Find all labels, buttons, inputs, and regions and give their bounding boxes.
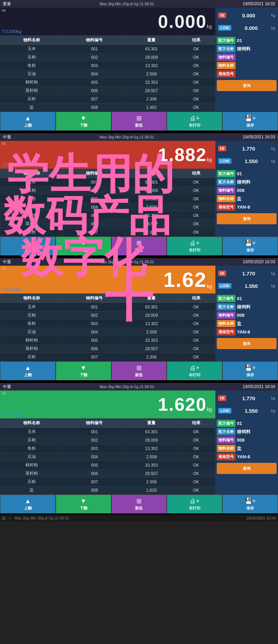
- query-btn-1[interactable]: 查询: [217, 80, 277, 91]
- table-row: 盐0081.620OK: [0, 486, 215, 494]
- weight-display-3: HI 1.62 kg T:0.000kg: [0, 266, 215, 293]
- btn-save-4[interactable]: 💾+ 保存: [222, 494, 278, 514]
- btn-down-3[interactable]: ▼ 下翻: [56, 361, 111, 380]
- panel-3: 中重 Max 2kg Min 20g d=1g J1.58.01 19/05/2…: [0, 258, 278, 381]
- btn-reprint-2[interactable]: 🖨+ 补打印: [167, 236, 222, 256]
- hi-value-2: 1.770: [242, 146, 255, 152]
- toolbar-4: ▲ 上翻 ▼ 下翻 ⊞ 新批 🖨+ 补打印 💾+ 保存: [0, 494, 278, 514]
- btn-save-2[interactable]: 💾+ 保存: [222, 236, 278, 256]
- hi-value-1: 0.000: [242, 13, 255, 18]
- table-row: 豆油0042.508OK: [0, 328, 215, 336]
- panel-4: 中重 Max 2kg Min 20g d=1g J1.58.01 19/05/2…: [0, 383, 278, 515]
- matname-val-2: 盐: [237, 196, 241, 202]
- table-row: 石粉0072.306OK: [0, 478, 215, 486]
- recipe-no-3: 01: [237, 296, 242, 301]
- data-table-2: 物料名称 物料编号 重量 结果 玉米00163.301OK豆粕00228.009…: [0, 169, 215, 236]
- btn-down-4[interactable]: ▼ 下翻: [56, 494, 111, 514]
- weight-side-4: HI 1.770 kg LOW 1.550 kg: [215, 391, 278, 418]
- col-header-result: 结果: [177, 36, 215, 45]
- weight-ref-3: T:0.000kg: [2, 287, 21, 292]
- topbar-right-2: 19/05/2021 16:03: [243, 135, 275, 139]
- table-row: 豆粕00228.009OK: [0, 436, 215, 444]
- mat-no-3: 008: [237, 313, 245, 318]
- weight-value-1: 0.000: [158, 11, 207, 32]
- recipe-no-2: 01: [237, 171, 242, 176]
- btn-reprint-1[interactable]: 🖨+ 补打印: [167, 112, 222, 131]
- topbar-right-3: 19/05/2020 16:03: [243, 259, 275, 264]
- status-text: Max 2kg Min 20g d=1g J1.58.01: [15, 516, 69, 520]
- btn-up-4[interactable]: ▲ 上翻: [0, 494, 56, 514]
- hi-label-1: HI: [218, 13, 226, 18]
- query-btn-4[interactable]: 查询: [217, 463, 277, 474]
- btn-newbatch-1[interactable]: ⊞ 新批: [111, 112, 167, 131]
- weight-unit-2: kg: [207, 157, 212, 162]
- btn-save-3[interactable]: 💾+ 保存: [222, 361, 278, 380]
- spec-3: YAN-8: [237, 329, 250, 335]
- weight-ref-2: T:0.000kg: [2, 162, 21, 167]
- table-row: 玉米00163.301OK: [0, 178, 215, 186]
- recipe-label-1: 配方编号: [217, 37, 236, 44]
- weight-value-2: 1.882: [158, 144, 207, 165]
- spec-label-2: 规格型号: [217, 203, 236, 211]
- col-header-matname: 物料名称: [0, 36, 63, 45]
- btn-reprint-4[interactable]: 🖨+ 补打印: [167, 494, 222, 514]
- recipe-no-1: 01: [237, 38, 242, 43]
- low-value-2: 1.550: [245, 158, 258, 164]
- topbar-1: 重量 Max 2kg Min 20g d=1g J1.58.01 19/05/2…: [0, 0, 278, 8]
- topbar-left-2: 中重: [3, 134, 11, 140]
- btn-newbatch-4[interactable]: ⊞ 新批: [111, 494, 167, 514]
- mat-label-2: 物料编号: [217, 187, 236, 194]
- table-row: 菜籽粕00628.507OK: [0, 345, 215, 353]
- table-row: 豆粕00228.009OK: [0, 186, 215, 195]
- table-row: 石粉0072.306OK: [0, 95, 215, 103]
- recipe-no-4: 01: [237, 421, 242, 426]
- low-value-1: 0.000: [245, 25, 258, 31]
- query-btn-2[interactable]: 查询: [217, 213, 277, 224]
- right-panel-1: 配方编号 01 配方名称 猪饲料 物料编号 物料名称 规格型号: [215, 35, 278, 112]
- btn-up-3[interactable]: ▲ 上翻: [0, 361, 56, 380]
- weight-hi-label-1: HI: [2, 8, 6, 13]
- status-icon-1: ⊡: [2, 516, 5, 521]
- matname-4: 盐: [237, 445, 241, 452]
- btn-newbatch-2[interactable]: ⊞ 新批: [111, 236, 167, 256]
- btn-down-2[interactable]: ▼ 下翻: [56, 236, 111, 256]
- table-row: 棉籽粕00533.353OK: [0, 336, 215, 345]
- btn-reprint-3[interactable]: 🖨+ 补打印: [167, 361, 222, 380]
- topbar-right-1: 19/05/2021 16:02: [243, 1, 275, 6]
- recipe-name-label-2: 配方名称: [217, 178, 236, 186]
- table-row: 豆粕00228.009OK: [0, 311, 215, 320]
- toolbar-3: ▲ 上翻 ▼ 下翻 ⊞ 新批 🖨+ 补打印 💾+ 保存: [0, 361, 278, 380]
- btn-up-1[interactable]: ▲ 上翻: [0, 112, 56, 131]
- query-btn-3[interactable]: 查询: [217, 338, 277, 349]
- btn-down-1[interactable]: ▼ 下翻: [56, 112, 111, 131]
- topbar-center-4: Max 2kg Min 20g d=1g J1.58.01: [100, 385, 154, 389]
- toolbar-1: ▲ 上翻 ▼ 下翻 ⊞ 新批 🖨+ 补打印 💾+ 保存: [0, 112, 278, 131]
- topbar-center-3: Max 2kg Min 20g d=1g J1.58.01: [100, 260, 154, 264]
- weight-ref-1: T:0.000kg: [2, 29, 21, 34]
- btn-newbatch-3[interactable]: ⊞ 新批: [111, 361, 167, 380]
- mat-no-2: 008: [237, 188, 245, 193]
- right-panel-3: 配方编号 01 配方名称 猪饲料 物料编号 008 物料名称 盐 规格型号: [215, 293, 278, 361]
- table-row: 菜籽粕00628.507OK: [0, 220, 215, 228]
- col-header-matno: 物料编号: [63, 36, 126, 45]
- spec-label-1: 规格型号: [217, 70, 236, 78]
- matname-label-1: 物料名称: [217, 62, 236, 69]
- table-row: 石粉0072.306OK: [0, 228, 215, 236]
- table-row: 鱼粉00313.302OK: [0, 444, 215, 453]
- weight-side-3: HI 1.770 kg LOW 1.550 kg: [215, 266, 278, 293]
- weight-value-3: 1.62: [163, 268, 207, 292]
- low-label-2: LOW: [218, 158, 231, 164]
- weight-unit-4: kg: [207, 406, 212, 412]
- recipe-label-2: 配方编号: [217, 170, 236, 177]
- topbar-left-4: 中重: [3, 384, 11, 390]
- weight-hi-label-3: HI: [2, 266, 6, 271]
- topbar-center-2: Max 2kg Min 20g d=1g J1.58.01: [100, 135, 154, 139]
- recipe-name-4: 猪饲料: [237, 429, 251, 435]
- btn-up-2[interactable]: ▲ 上翻: [0, 236, 56, 256]
- recipe-name-label-1: 配方名称: [217, 45, 236, 53]
- table-row: 棉籽粕00533.353OK: [0, 211, 215, 220]
- table-row: 豆粕00228.009OK: [0, 53, 215, 62]
- btn-save-1[interactable]: 💾+ 保存: [222, 112, 278, 131]
- data-table-4: 物料名称 物料编号 重量 结果 玉米00163.301OK豆粕00228.009…: [0, 418, 215, 494]
- low-label-1: LOW: [218, 25, 231, 31]
